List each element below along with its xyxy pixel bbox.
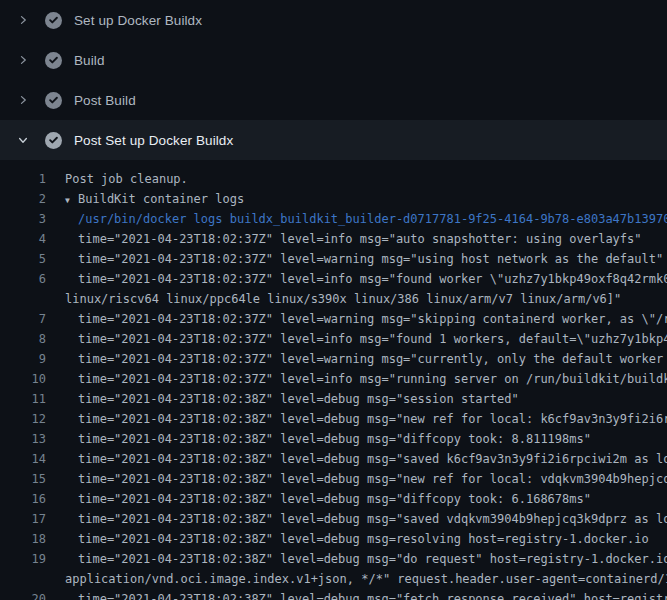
log-line: 20 time="2021-04-23T18:02:38Z" level=deb… [0, 589, 667, 600]
check-circle-icon [45, 52, 62, 69]
step-label: Set up Docker Buildx [74, 13, 202, 28]
chevron-right-icon [15, 92, 31, 108]
log-line: 16 time="2021-04-23T18:02:38Z" level=deb… [0, 489, 667, 509]
step-label: Post Build [74, 93, 136, 108]
log-line-text: Post job cleanup. [65, 169, 188, 189]
log-line: 14 time="2021-04-23T18:02:38Z" level=deb… [0, 449, 667, 469]
log-line-wrap: application/vnd.oci.image.index.v1+json,… [0, 569, 667, 589]
log-line-number[interactable]: 13 [0, 429, 46, 449]
step-header-build[interactable]: Build [0, 40, 667, 80]
log-line-text: time="2021-04-23T18:02:37Z" level=warnin… [78, 249, 663, 269]
log-line-text: time="2021-04-23T18:02:38Z" level=debug … [78, 589, 667, 600]
step-header-set-up-docker-buildx[interactable]: Set up Docker Buildx [0, 0, 667, 40]
log-line-number[interactable]: 3 [0, 209, 46, 229]
log-line-number[interactable]: 6 [0, 269, 46, 289]
log-line-number[interactable]: 20 [0, 589, 46, 600]
chevron-down-icon [15, 132, 31, 148]
log-line-text: time="2021-04-23T18:02:38Z" level=debug … [78, 489, 591, 509]
check-circle-icon [45, 92, 62, 109]
log-line-number[interactable]: 16 [0, 489, 46, 509]
log-line-number[interactable]: 9 [0, 349, 46, 369]
chevron-right-icon [15, 12, 31, 28]
log-line: 19 time="2021-04-23T18:02:38Z" level=deb… [0, 549, 667, 569]
log-line: 9 time="2021-04-23T18:02:37Z" level=warn… [0, 349, 667, 369]
log-line-text: time="2021-04-23T18:02:38Z" level=debug … [78, 529, 649, 549]
check-circle-icon [45, 132, 62, 149]
log-line: 5 time="2021-04-23T18:02:37Z" level=warn… [0, 249, 667, 269]
log-line-text: time="2021-04-23T18:02:38Z" level=debug … [78, 429, 591, 449]
log-line: 11 time="2021-04-23T18:02:38Z" level=deb… [0, 389, 667, 409]
log-line-number[interactable]: 8 [0, 329, 46, 349]
log-line-number[interactable]: 11 [0, 389, 46, 409]
log-line-text: time="2021-04-23T18:02:37Z" level=info m… [78, 269, 667, 289]
log-line-text: time="2021-04-23T18:02:37Z" level=info m… [78, 229, 642, 249]
log-line-number[interactable]: 7 [0, 309, 46, 329]
log-line-wrap: linux/riscv64 linux/ppc64le linux/s390x … [0, 289, 667, 309]
log-line-number[interactable]: 18 [0, 529, 46, 549]
step-header-post-set-up-docker-buildx[interactable]: Post Set up Docker Buildx [0, 120, 667, 160]
log-line-text: time="2021-04-23T18:02:38Z" level=debug … [78, 409, 667, 429]
log-line: 8 time="2021-04-23T18:02:37Z" level=info… [0, 329, 667, 349]
step-label: Build [74, 53, 105, 68]
log-line-number[interactable]: 14 [0, 449, 46, 469]
log-line-number[interactable]: 19 [0, 549, 46, 569]
log-line: 15 time="2021-04-23T18:02:38Z" level=deb… [0, 469, 667, 489]
check-circle-icon [45, 12, 62, 29]
log-line: 3 /usr/bin/docker logs buildx_buildkit_b… [0, 209, 667, 229]
group-collapse-triangle-icon[interactable]: ▼ [65, 191, 78, 211]
log-line-number[interactable]: 5 [0, 249, 46, 269]
log-line-text: time="2021-04-23T18:02:38Z" level=debug … [78, 469, 667, 489]
log-line-text: time="2021-04-23T18:02:37Z" level=info m… [78, 369, 667, 389]
log-line-text: time="2021-04-23T18:02:37Z" level=warnin… [78, 349, 667, 369]
log-line-number[interactable]: 2 [0, 189, 46, 209]
log-line-text: time="2021-04-23T18:02:38Z" level=debug … [78, 389, 519, 409]
log-line-text: time="2021-04-23T18:02:38Z" level=debug … [78, 509, 667, 529]
log-line: 12 time="2021-04-23T18:02:38Z" level=deb… [0, 409, 667, 429]
step-header-post-build[interactable]: Post Build [0, 80, 667, 120]
log-line: 18 time="2021-04-23T18:02:38Z" level=deb… [0, 529, 667, 549]
log-line-text: time="2021-04-23T18:02:37Z" level=info m… [78, 329, 667, 349]
log-group-label[interactable]: BuildKit container logs [78, 189, 244, 209]
log-line: 4 time="2021-04-23T18:02:37Z" level=info… [0, 229, 667, 249]
chevron-right-icon [15, 52, 31, 68]
log-line: 13 time="2021-04-23T18:02:38Z" level=deb… [0, 429, 667, 449]
actions-log-panel: Set up Docker Buildx Build Post Build Po… [0, 0, 667, 600]
log-line: 7 time="2021-04-23T18:02:37Z" level=warn… [0, 309, 667, 329]
log-line-number[interactable]: 10 [0, 369, 46, 389]
log-group-toggle[interactable]: 2 ▼ BuildKit container logs [0, 189, 667, 209]
log-viewer: 1 Post job cleanup. 2 ▼ BuildKit contain… [0, 160, 667, 600]
log-line: 17 time="2021-04-23T18:02:38Z" level=deb… [0, 509, 667, 529]
log-command-link[interactable]: /usr/bin/docker logs buildx_buildkit_bui… [78, 209, 667, 229]
log-line: 10 time="2021-04-23T18:02:37Z" level=inf… [0, 369, 667, 389]
log-line-text: time="2021-04-23T18:02:38Z" level=debug … [78, 449, 667, 469]
log-line-text: linux/riscv64 linux/ppc64le linux/s390x … [65, 289, 621, 309]
log-line-number[interactable]: 15 [0, 469, 46, 489]
log-line-text: time="2021-04-23T18:02:37Z" level=warnin… [78, 309, 667, 329]
log-line-number[interactable]: 1 [0, 169, 46, 189]
log-line-number[interactable]: 12 [0, 409, 46, 429]
log-line-number[interactable]: 17 [0, 509, 46, 529]
log-line-text: time="2021-04-23T18:02:38Z" level=debug … [78, 549, 667, 569]
step-label: Post Set up Docker Buildx [74, 133, 233, 148]
log-line-text: application/vnd.oci.image.index.v1+json,… [65, 569, 667, 589]
log-line-number[interactable]: 4 [0, 229, 46, 249]
log-line: 1 Post job cleanup. [0, 169, 667, 189]
log-line: 6 time="2021-04-23T18:02:37Z" level=info… [0, 269, 667, 289]
